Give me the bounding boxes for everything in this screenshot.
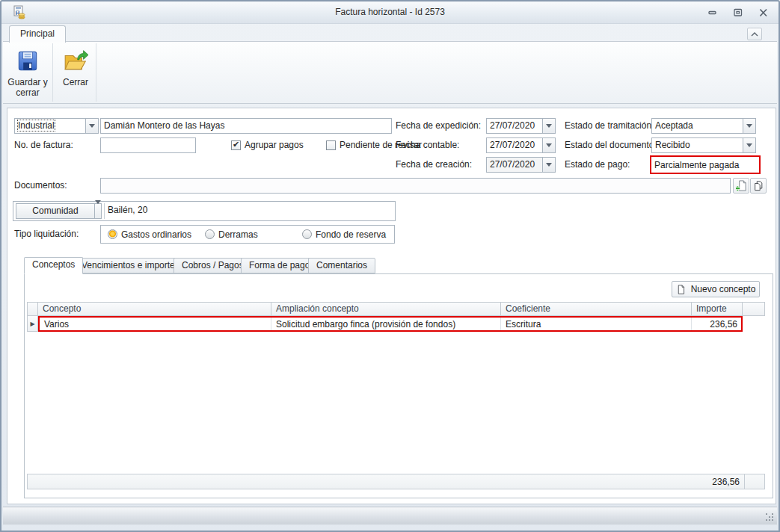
copy-document-button[interactable] bbox=[750, 178, 767, 194]
conceptos-panel: Nuevo concepto Concepto Ampliación conce… bbox=[24, 273, 773, 498]
documentos-label: Documentos: bbox=[14, 180, 67, 191]
save-and-close-button[interactable]: Guardar y cerrar bbox=[7, 44, 48, 101]
radio-gastos-ordinarios[interactable]: Gastos ordinarios bbox=[108, 229, 191, 240]
radio-label: Fondo de reserva bbox=[316, 229, 386, 240]
grid-header: Concepto Ampliación concepto Coeficiente… bbox=[27, 302, 765, 316]
col-filler bbox=[743, 302, 765, 316]
close-folder-icon bbox=[63, 49, 88, 74]
titlebar: H Factura horizontal - Id 2573 bbox=[1, 1, 779, 24]
statusbar bbox=[3, 507, 777, 525]
cell-importe[interactable]: 236,56 bbox=[692, 318, 741, 330]
tipo-liquidacion-group: Gastos ordinarios Derramas Fondo de rese… bbox=[100, 225, 395, 244]
tab-comentarios[interactable]: Comentarios bbox=[308, 258, 375, 273]
estado-pago-value: Parcialmente pagada bbox=[650, 155, 761, 174]
direccion-group: Comunidad Bailén, 20 bbox=[13, 201, 396, 221]
radio-fondo-reserva[interactable]: Fondo de reserva bbox=[302, 229, 386, 240]
row-indicator-icon: ▶ bbox=[27, 316, 38, 332]
nuevo-concepto-button[interactable]: Nuevo concepto bbox=[672, 281, 760, 297]
fecha-contable-combo[interactable]: 27/07/2020 bbox=[486, 137, 556, 153]
estado-pago-label: Estado de pago: bbox=[565, 159, 630, 170]
estado-documento-combo[interactable]: Recibido bbox=[651, 137, 756, 153]
agrupar-pagos-checkbox[interactable]: Agrupar pagos bbox=[231, 140, 304, 150]
maximize-button[interactable] bbox=[732, 7, 744, 18]
close-form-button[interactable]: Cerrar bbox=[55, 44, 96, 101]
radio-icon[interactable] bbox=[108, 229, 117, 239]
table-row[interactable]: ▶ Varios Solicitud embargo finca (provis… bbox=[27, 316, 743, 332]
chevron-down-icon[interactable] bbox=[743, 138, 755, 152]
ribbon: Guardar y cerrar Cerrar bbox=[3, 41, 777, 104]
estado-tramitacion-combo[interactable]: Aceptada bbox=[651, 118, 756, 134]
selected-row-highlight[interactable]: Varios Solicitud embargo finca (provisió… bbox=[38, 316, 743, 332]
cell-ampliacion[interactable]: Solicitud embargo finca (provisión de fo… bbox=[271, 318, 501, 330]
chevron-down-icon[interactable] bbox=[542, 158, 555, 172]
minimize-button[interactable] bbox=[707, 7, 719, 18]
footer-divider bbox=[744, 474, 745, 489]
direccion-value-field[interactable]: Bailén, 20 bbox=[104, 203, 393, 219]
agrupar-pagos-label: Agrupar pagos bbox=[245, 140, 304, 150]
add-document-button[interactable] bbox=[733, 178, 749, 194]
radio-label: Derramas bbox=[218, 229, 258, 240]
estado-tramitacion-label: Estado de tramitación: bbox=[565, 120, 654, 131]
detail-tabstrip: Conceptos Vencimientos e importes Cobros… bbox=[7, 256, 776, 273]
ribbon-tabstrip: Principal bbox=[1, 24, 779, 42]
tipo-liquidacion-label: Tipo liquidación: bbox=[14, 229, 79, 239]
chevron-down-icon[interactable] bbox=[542, 119, 555, 133]
tab-conceptos[interactable]: Conceptos bbox=[24, 257, 83, 274]
add-document-icon bbox=[736, 180, 747, 191]
close-form-label: Cerrar bbox=[63, 77, 88, 87]
fecha-expedicion-label: Fecha de expedición: bbox=[396, 120, 481, 131]
ribbon-separator bbox=[96, 43, 96, 102]
tab-principal[interactable]: Principal bbox=[9, 25, 66, 43]
estado-documento-label: Estado del documento: bbox=[565, 140, 657, 150]
invoice-number-label: No. de factura: bbox=[14, 140, 73, 150]
col-coeficiente[interactable]: Coeficiente bbox=[501, 302, 692, 316]
entity-name-field[interactable]: Damián Montero de las Hayas bbox=[100, 118, 392, 134]
direccion-type-combo[interactable]: Comunidad bbox=[16, 203, 102, 219]
invoice-form-panel: Industrial Damián Montero de las Hayas F… bbox=[7, 108, 776, 504]
radio-label: Gastos ordinarios bbox=[121, 229, 191, 240]
tab-forma-pago[interactable]: Forma de pago bbox=[241, 258, 318, 273]
nuevo-concepto-label: Nuevo concepto bbox=[691, 284, 756, 294]
cell-coeficiente[interactable]: Escritura bbox=[501, 318, 692, 330]
copy-icon bbox=[753, 180, 764, 191]
fecha-contable-value: 27/07/2020 bbox=[487, 138, 542, 152]
fecha-expedicion-combo[interactable]: 27/07/2020 bbox=[486, 118, 556, 134]
col-importe[interactable]: Importe bbox=[692, 302, 743, 316]
col-concepto[interactable]: Concepto bbox=[38, 302, 271, 316]
grid-footer: 236,56 bbox=[27, 474, 765, 489]
fecha-creacion-combo[interactable]: 27/07/2020 bbox=[486, 157, 556, 173]
invoice-window: H Factura horizontal - Id 2573 Principal bbox=[0, 0, 780, 532]
fecha-expedicion-value: 27/07/2020 bbox=[487, 119, 542, 133]
estado-documento-value: Recibido bbox=[652, 138, 743, 152]
resize-grip-icon[interactable] bbox=[766, 513, 775, 522]
documentos-field[interactable] bbox=[100, 178, 731, 194]
chevron-down-icon[interactable] bbox=[94, 204, 101, 218]
radio-derramas[interactable]: Derramas bbox=[205, 229, 258, 240]
estado-tramitacion-value: Aceptada bbox=[652, 119, 743, 133]
invoice-number-field[interactable] bbox=[100, 137, 196, 153]
grid-selector-header bbox=[27, 302, 38, 316]
chevron-down-icon[interactable] bbox=[743, 119, 755, 133]
new-document-icon bbox=[676, 284, 686, 295]
entity-type-value: Industrial bbox=[18, 120, 55, 131]
ribbon-separator bbox=[52, 43, 53, 102]
col-ampliacion[interactable]: Ampliación concepto bbox=[271, 302, 501, 316]
direccion-type-value: Comunidad bbox=[16, 204, 94, 218]
chevron-down-icon[interactable] bbox=[542, 138, 555, 152]
close-icon[interactable] bbox=[758, 7, 770, 18]
fecha-contable-label: Fecha contable: bbox=[396, 140, 459, 150]
checkbox-icon[interactable] bbox=[231, 140, 241, 150]
cell-concepto[interactable]: Varios bbox=[40, 318, 271, 330]
fecha-creacion-value: 27/07/2020 bbox=[487, 158, 542, 172]
save-and-close-label: Guardar y cerrar bbox=[7, 77, 48, 98]
entity-type-combo[interactable]: Industrial bbox=[14, 118, 99, 134]
tab-vencimientos[interactable]: Vencimientos e importes bbox=[73, 258, 188, 273]
radio-icon[interactable] bbox=[205, 229, 215, 239]
collapse-ribbon-button[interactable] bbox=[747, 28, 762, 40]
save-icon bbox=[15, 49, 40, 74]
chevron-down-icon[interactable] bbox=[85, 119, 98, 133]
checkbox-icon[interactable] bbox=[326, 140, 336, 150]
window-title: Factura horizontal - Id 2573 bbox=[1, 7, 779, 17]
tab-cobros-pagos[interactable]: Cobros / Pagos bbox=[173, 258, 252, 273]
radio-icon[interactable] bbox=[302, 229, 312, 239]
